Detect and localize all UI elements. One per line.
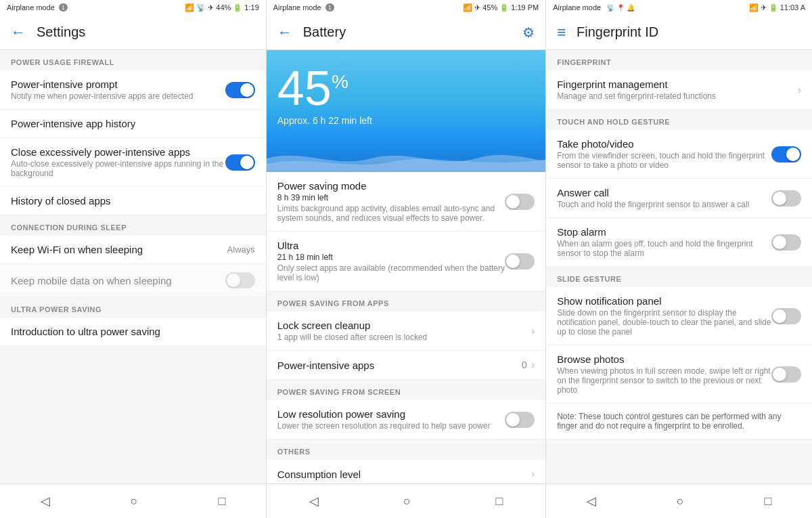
recent-nav-btn[interactable]: □	[204, 492, 239, 511]
item-right	[771, 234, 801, 251]
toggle-knob	[773, 309, 786, 323]
item-title: Answer call	[557, 187, 771, 198]
status-bar-right: 📶 ✈ 45% 🔋 1:19 PM	[463, 3, 539, 12]
section-label-others: OTHERS	[267, 439, 545, 460]
power-saving-mode-item[interactable]: Power saving mode 8 h 39 min left Limits…	[267, 172, 545, 232]
notification-panel-toggle[interactable]	[771, 308, 801, 324]
home-nav-btn-3[interactable]: ○	[663, 492, 698, 511]
show-notification-item[interactable]: Show notification panel Slide down on th…	[546, 287, 812, 345]
battery-header: ← Battery ⚙	[267, 15, 545, 50]
home-nav-btn[interactable]: ○	[117, 492, 152, 511]
ultra-item[interactable]: Ultra 21 h 18 min left Only select apps …	[267, 232, 545, 291]
section-label-power: POWER USAGE FIREWALL	[0, 50, 266, 70]
airplane-icon-3: ✈	[761, 3, 767, 12]
toggle-knob	[506, 195, 520, 209]
low-res-toggle[interactable]	[505, 412, 535, 428]
back-arrow-icon[interactable]: ←	[11, 24, 26, 41]
menu-icon[interactable]: ≡	[557, 24, 566, 41]
chevron-icon: ›	[531, 468, 535, 480]
item-title: Consumption level	[277, 469, 531, 480]
item-right	[505, 412, 535, 428]
item-content: Consumption level	[277, 469, 531, 480]
power-prompt-toggle[interactable]	[225, 82, 255, 98]
toggle-knob	[506, 255, 520, 268]
fingerprint-management-item[interactable]: Fingerprint management Manage and set fi…	[546, 70, 812, 110]
stop-alarm-toggle[interactable]	[771, 234, 801, 251]
nav-bar-3: ◁ ○ □	[546, 483, 812, 518]
item-right	[225, 272, 255, 288]
back-nav-btn-3[interactable]: ◁	[573, 491, 610, 511]
recent-nav-btn-3[interactable]: □	[751, 492, 786, 511]
answer-call-item[interactable]: Answer call Touch and hold the fingerpri…	[546, 179, 812, 218]
recent-nav-btn-2[interactable]: □	[482, 492, 517, 511]
take-photo-toggle[interactable]	[771, 146, 801, 163]
ultra-toggle[interactable]	[505, 253, 535, 269]
answer-call-toggle[interactable]	[771, 190, 801, 207]
item-title: Browse photos	[557, 353, 771, 365]
back-nav-btn[interactable]: ◁	[27, 491, 64, 511]
status-bar-1: Airplane mode 1 📶 📡 ✈ 44% 🔋 1:19	[0, 0, 266, 15]
low-resolution-item[interactable]: Low resolution power saving Lower the sc…	[267, 400, 545, 439]
home-nav-btn-2[interactable]: ○	[390, 492, 424, 511]
power-saving-toggle[interactable]	[505, 194, 535, 210]
back-arrow-icon-2[interactable]: ←	[277, 24, 292, 41]
keep-wifi-item[interactable]: Keep Wi-Fi on when sleeping Always	[0, 236, 266, 264]
status-bar-left: Airplane mode 📡 📍 🔔	[553, 3, 635, 12]
item-right	[771, 308, 801, 324]
power-intensive-prompt-item[interactable]: Power-intensive prompt Notify me when po…	[0, 70, 266, 110]
item-subtitle: Touch and hold the fingerprint sensor to…	[557, 200, 771, 209]
item-title: Power-intensive prompt	[11, 79, 225, 90]
section-label-touch: TOUCH AND HOLD GESTURE	[546, 110, 812, 130]
item-subtitle: Notify me when power-intensive apps are …	[11, 91, 225, 101]
stop-alarm-item[interactable]: Stop alarm When an alarm goes off, touch…	[546, 218, 812, 267]
wifi-icon: 📡	[196, 3, 206, 12]
item-content: Low resolution power saving Lower the sc…	[277, 408, 505, 431]
item-content: Take photo/video From the viewfinder scr…	[557, 138, 771, 170]
item-content: Keep Wi-Fi on when sleeping	[11, 244, 227, 255]
item-title: History of closed apps	[11, 195, 255, 207]
airplane-mode-label-3: Airplane mode	[553, 3, 601, 12]
item-right: 0 ›	[522, 359, 535, 371]
close-power-toggle[interactable]	[225, 154, 255, 171]
take-photo-item[interactable]: Take photo/video From the viewfinder scr…	[546, 130, 812, 179]
item-title: Show notification panel	[557, 295, 771, 307]
item-title: Stop alarm	[557, 226, 771, 238]
item-subtitle: Manage and set fingerprint-related funct…	[557, 91, 797, 101]
battery-icon-2: 🔋	[499, 3, 509, 12]
item-content: Power-intensive app history	[11, 118, 255, 129]
browse-photos-item[interactable]: Browse photos When viewing photos in ful…	[546, 345, 812, 404]
item-right	[225, 154, 255, 171]
back-nav-btn-2[interactable]: ◁	[296, 491, 332, 511]
battery-percentage: 45%	[277, 64, 535, 112]
gear-icon[interactable]: ⚙	[522, 24, 535, 41]
item-content: Keep mobile data on when sleeping	[11, 275, 225, 286]
consumption-level-item[interactable]: Consumption level ›	[267, 460, 545, 483]
close-power-intensive-item[interactable]: Close excessively power-intensive apps A…	[0, 138, 266, 187]
item-right	[225, 82, 255, 98]
item-subtitle: When an alarm goes off, touch and hold t…	[557, 239, 771, 258]
nav-bar-2: ◁ ○ □	[267, 483, 545, 518]
section-label-apps: POWER SAVING FROM APPS	[267, 291, 545, 311]
section-label-fingerprint: FINGERPRINT	[546, 50, 812, 70]
nav-bar-1: ◁ ○ □	[0, 483, 266, 518]
ultra-power-intro-item[interactable]: Introduction to ultra power saving	[0, 318, 266, 346]
history-closed-apps-item[interactable]: History of closed apps	[0, 187, 266, 215]
item-subtitle: From the viewfinder screen, touch and ho…	[557, 151, 771, 170]
mobile-data-toggle[interactable]	[225, 272, 255, 288]
item-right: ›	[531, 325, 535, 337]
fingerprint-content: FINGERPRINT Fingerprint management Manag…	[546, 50, 812, 483]
item-right: ›	[798, 84, 801, 96]
item-right: ›	[531, 468, 535, 480]
power-intensive-apps-item[interactable]: Power-intensive apps 0 ›	[267, 351, 545, 380]
status-bar-2: Airplane mode 1 📶 ✈ 45% 🔋 1:19 PM	[267, 0, 545, 15]
power-app-history-item[interactable]: Power-intensive app history	[0, 110, 266, 138]
keep-mobile-data-item[interactable]: Keep mobile data on when sleeping	[0, 264, 266, 297]
settings-header: ← Settings	[0, 15, 266, 50]
battery-number: 45	[277, 61, 332, 115]
status-bar-right: 📶 📡 ✈ 44% 🔋 1:19	[185, 3, 258, 12]
browse-photos-toggle[interactable]	[771, 366, 801, 383]
item-title: Low resolution power saving	[277, 408, 505, 420]
item-content: Close excessively power-intensive apps A…	[11, 146, 225, 178]
lock-screen-cleanup-item[interactable]: Lock screen cleanup 1 app will be closed…	[267, 311, 545, 351]
fingerprint-header: ≡ Fingerprint ID	[546, 15, 812, 50]
